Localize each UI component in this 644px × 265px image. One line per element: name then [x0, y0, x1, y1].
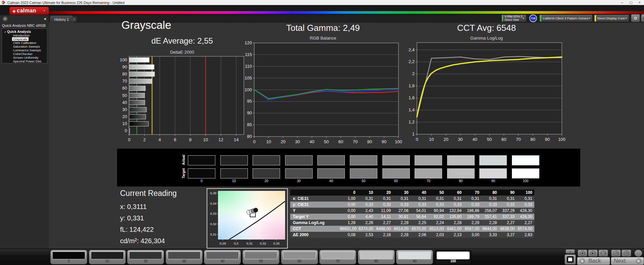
pattern-swatch-10 — [91, 252, 124, 259]
pattern-level-label: 30 — [166, 259, 202, 263]
workflow-tree: Quick Analysis IntroductionGrayscaleCMS … — [2, 29, 47, 63]
sidebar-item-spectral-power-dist-[interactable]: Spectral Power Dist. — [12, 59, 43, 63]
pattern-level-button-0[interactable]: 0 — [50, 250, 87, 264]
svg-text:90: 90 — [122, 64, 127, 69]
add-tab-button[interactable]: + — [71, 17, 76, 22]
svg-text:2: 2 — [412, 71, 415, 76]
table-cell: 0,31 — [358, 196, 375, 202]
measurement-table: 0102030405060708090100x: CIE311,000,310,… — [290, 190, 534, 238]
table-cell: 0,33 — [499, 202, 517, 208]
deltae-bar-20 — [129, 114, 146, 119]
svg-text:10: 10 — [122, 121, 127, 126]
svg-text:4: 4 — [159, 137, 161, 142]
svg-text:80: 80 — [367, 139, 372, 144]
meter-badge[interactable]: 718 — [529, 14, 537, 22]
pattern-level-label: 40 — [204, 259, 240, 263]
table-cell: 0,31 — [375, 196, 393, 202]
loop-button[interactable]: ↻ — [622, 250, 631, 257]
status-light-button[interactable] — [634, 250, 642, 257]
swatch-level-label: 40 — [317, 179, 345, 183]
table-column-70: 70 — [464, 190, 481, 196]
stop-button[interactable]: ■ — [578, 250, 587, 257]
pattern-level-button-30[interactable]: 30 — [166, 250, 203, 264]
close-button[interactable]: × — [635, 0, 644, 5]
table-cell: 0,31 — [499, 196, 517, 202]
calman-menu-button[interactable]: ◈ calman ▼ — [9, 7, 49, 15]
calman-diamond-icon: ◈ — [12, 8, 16, 13]
pattern-swatch-0 — [52, 252, 85, 259]
sidebar-item-luminance-sweeps[interactable]: Luminance Sweeps — [12, 48, 42, 52]
range-button[interactable]: ⊢⊣ — [598, 250, 608, 257]
svg-text:50: 50 — [324, 139, 329, 144]
deltae-bar-50 — [129, 93, 145, 98]
de-average-heading: dE Average: 2,55 — [118, 36, 246, 46]
pattern-level-button-90[interactable]: 90 — [396, 250, 433, 264]
pattern-level-button-40[interactable]: 40 — [204, 250, 241, 264]
tree-root-quick-analysis[interactable]: Quick Analysis — [4, 30, 47, 34]
table-cell: 3,00 — [464, 232, 481, 238]
expander-icon — [4, 31, 6, 33]
table-cell: 0,33 — [411, 202, 428, 208]
table-column-20: 20 — [375, 190, 393, 196]
svg-text:0,34: 0,34 — [210, 202, 217, 205]
expand-pattern-bar-button[interactable]: ▲ — [566, 249, 575, 254]
meter-dropdown[interactable]: X-Rite i1Pro 3 Direct View ▼ — [501, 14, 527, 22]
sidebar-item-colorchecker[interactable]: ColorChecker — [12, 52, 34, 56]
back-button[interactable]: « Back — [577, 257, 610, 265]
sidebar-item-cms-calibration[interactable]: CMS Calibration — [12, 41, 37, 45]
pattern-level-button-80[interactable]: 80 — [358, 250, 395, 264]
meter-status-bar — [502, 15, 503, 21]
swatch-level-label: 20 — [253, 179, 280, 183]
pattern-level-button-60[interactable]: 60 — [281, 250, 318, 264]
tab-history-1[interactable]: History 1 — [50, 16, 73, 23]
svg-text:10: 10 — [203, 137, 208, 142]
pattern-swatch-50 — [245, 252, 277, 259]
menu-dropdown-button[interactable]: ▼ — [42, 8, 47, 13]
window-controls: – ▢ × — [618, 0, 644, 5]
display-control-dropdown[interactable]: Direct Display Control ▼ — [594, 14, 629, 22]
sidebar-item-screen-uniformity[interactable]: Screen Uniformity — [12, 56, 40, 59]
page-title: Grayscale — [121, 19, 171, 32]
sidebar-item-grayscale[interactable]: Grayscale — [12, 37, 29, 41]
svg-text:70: 70 — [122, 78, 127, 84]
pattern-level-button-10[interactable]: 10 — [89, 250, 126, 264]
pattern-level-label: 70 — [320, 259, 356, 263]
window-title: Calman 2023 Calman Ultimate for Business… — [7, 1, 124, 5]
svg-text:20: 20 — [443, 137, 448, 142]
continuous-button[interactable]: ∞ — [611, 250, 621, 257]
pattern-level-button-20[interactable]: 20 — [127, 250, 164, 264]
pattern-window-button[interactable] — [565, 254, 576, 265]
chevron-left-icon: ◀ — [44, 17, 46, 20]
target-swatch-40 — [317, 168, 345, 178]
swatch-level-label: 90 — [479, 179, 507, 183]
deltae-2000-chart: 024681012141009080706050403020100 — [118, 55, 247, 143]
swatch-level-label: 60 — [382, 179, 410, 183]
table-cell: 0,33 — [358, 202, 375, 208]
minimize-button[interactable]: – — [618, 0, 627, 5]
pattern-level-button-50[interactable]: 50 — [243, 250, 279, 264]
maximize-button[interactable]: ▢ — [627, 0, 635, 5]
svg-text:2,2: 2,2 — [409, 59, 415, 64]
source-dropdown[interactable]: CalMAN Client 3 Pattern Generator ▼ — [539, 14, 593, 22]
settings-button[interactable]: ⚙ — [631, 14, 640, 22]
play-button[interactable]: ▶ — [588, 250, 598, 257]
table-cell: 6570,00 — [411, 226, 428, 232]
next-button[interactable]: Next » — [611, 257, 644, 265]
table-cell: 256,07 — [481, 208, 499, 214]
table-cell: 0,33 — [517, 202, 534, 208]
sidebar-collapse-button[interactable]: ◀ — [42, 16, 47, 21]
deltae-bar-90 — [129, 65, 154, 69]
workflow-options-button[interactable] — [3, 16, 8, 21]
sidebar-item-saturation-sweeps[interactable]: Saturation Sweeps — [12, 45, 41, 48]
back-label: Back — [588, 258, 601, 264]
sidebar-item-introduction[interactable]: Introduction — [12, 34, 31, 37]
table-cell: 2,18 — [375, 232, 393, 238]
pattern-level-button-70[interactable]: 70 — [319, 250, 356, 264]
pattern-level-button-100[interactable]: 100 — [435, 250, 472, 264]
target-swatch-90 — [479, 168, 507, 178]
panel-collapse-button[interactable]: ◀ — [641, 14, 644, 22]
swatch-level-label: 10 — [220, 179, 248, 183]
deltae-chart-title: DeltaE 2000 — [118, 50, 246, 55]
svg-text:100: 100 — [120, 57, 127, 62]
deltae-2000-svg: 024681012141009080706050403020100 — [118, 55, 247, 142]
